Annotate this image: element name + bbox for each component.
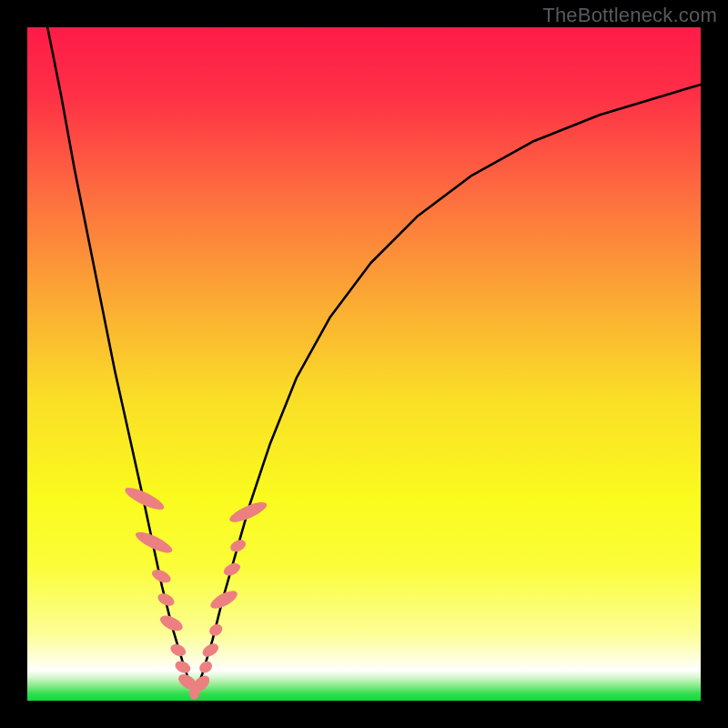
curve-right-branch	[195, 85, 701, 694]
chart-frame	[27, 27, 701, 701]
watermark-text: TheBottleneck.com	[542, 4, 717, 27]
curve-left-branch	[47, 27, 194, 694]
accent-marker	[228, 538, 248, 554]
accent-marker	[157, 612, 185, 634]
accent-marker	[228, 499, 269, 526]
chart-curves	[27, 27, 701, 701]
accent-marker	[207, 622, 225, 638]
